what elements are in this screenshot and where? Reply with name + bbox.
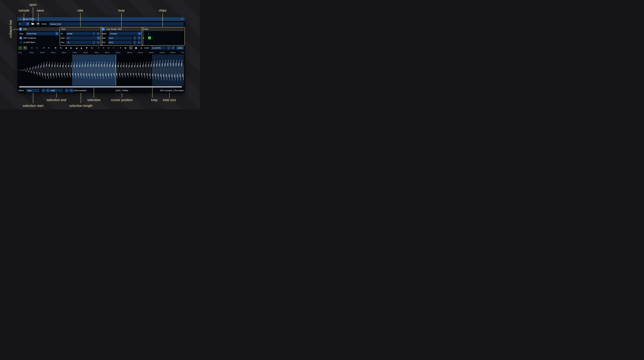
annotation-line: [122, 93, 122, 98]
apply-silence-button[interactable]: ⇤: [102, 46, 105, 50]
chevron-down-icon[interactable]: ▼: [97, 36, 100, 40]
collapse-bar-button[interactable]: ∧: [19, 28, 22, 30]
filter-button[interactable]: ∿: [112, 46, 116, 50]
window-close-button[interactable]: ✕: [180, 17, 184, 21]
import-button[interactable]: [139, 46, 143, 50]
loop-panel: ✓ Loop (length: 960) Mode Forward ▼ Star…: [101, 27, 142, 45]
note-dropdown[interactable]: C-7 ▼: [66, 36, 100, 40]
window-titlebar[interactable]: ▼ Sample Editor ✕: [18, 17, 185, 21]
fade-out-button[interactable]: ◣: [80, 46, 84, 50]
invert-button[interactable]: ▶: [69, 46, 73, 50]
chevron-down-icon[interactable]: ▼: [26, 22, 29, 26]
crossfade-icon: ✕: [120, 47, 122, 49]
loop-end-input[interactable]: 5072: [108, 40, 132, 44]
crossfade-button[interactable]: ✕: [119, 46, 122, 50]
resample-icon: ≈: [36, 47, 38, 49]
selection-start-plus-button[interactable]: +: [46, 89, 50, 92]
loop-start-minus-button[interactable]: -: [133, 36, 136, 40]
ruler-label: 100ms: [127, 52, 132, 54]
insert-silence-button[interactable]: ⇥: [96, 46, 100, 50]
play-position-button[interactable]: ▶: [129, 46, 133, 50]
zoom-out-button[interactable]: -: [167, 46, 170, 50]
selection-start-minus-button[interactable]: -: [42, 89, 45, 92]
loop-end-minus-button[interactable]: -: [133, 40, 136, 44]
loop-start-plus-button[interactable]: +: [137, 36, 141, 40]
zoom-input[interactable]: 41.1672%: [151, 46, 166, 50]
hz-label: Hz: [61, 32, 63, 36]
chevron-down-icon[interactable]: ▼: [138, 32, 141, 36]
window-collapse-icon: ▼: [20, 18, 21, 20]
loop-mode-dropdown[interactable]: Forward ▼: [109, 32, 141, 36]
select-mode-button[interactable]: I: [18, 46, 22, 50]
loop-end-plus-button[interactable]: +: [137, 40, 141, 44]
info-panel-header[interactable]: ∧ Info: [18, 27, 60, 31]
sample-number-dropdown[interactable]: 6 ▼: [18, 22, 29, 26]
chevron-down-icon[interactable]: ▼: [56, 32, 58, 36]
fade-in-button[interactable]: ◢: [75, 46, 78, 50]
fine-input[interactable]: -11: [66, 40, 92, 44]
sample-type-dropdown[interactable]: 16-bit PCM ▼: [26, 32, 58, 36]
annotation-sample-label: sample: [18, 8, 29, 12]
resample-button[interactable]: ≈: [35, 46, 39, 50]
chips-panel: Chips 1 A ✓: [142, 27, 184, 45]
annotation-selection-end-label: selection end: [46, 98, 66, 102]
loop-panel-header: ✓ Loop (length: 960): [101, 27, 142, 31]
draw-mode-button[interactable]: ✎: [23, 46, 27, 50]
window-collapse-button[interactable]: ▼: [19, 17, 22, 21]
no-brr-filters-checkbox[interactable]: [20, 41, 22, 44]
zoom-reset-button[interactable]: 100%: [176, 46, 184, 50]
preview-button[interactable]: ▶: [124, 46, 128, 50]
hz-minus-button[interactable]: -: [92, 32, 96, 36]
redo-button[interactable]: ↻: [47, 46, 50, 50]
chips-panel-header: Chips: [142, 27, 184, 31]
hz-plus-button[interactable]: +: [96, 32, 100, 36]
fine-minus-button[interactable]: -: [92, 40, 96, 44]
loop-start-input[interactable]: 4112: [108, 36, 132, 40]
play-position-icon: ▶: [130, 46, 132, 49]
ruler-label: 50ms: [73, 52, 77, 54]
loop-header-label: Loop (length: 960): [106, 27, 122, 31]
loop-start-label: Start: [102, 36, 106, 40]
name-label: Name: [42, 22, 47, 26]
waveform-view[interactable]: [18, 54, 184, 86]
reverse-button[interactable]: ◀: [64, 46, 68, 50]
annotation-loop-label: loop: [118, 8, 124, 12]
annotation-line: [56, 93, 56, 98]
redo-icon: ↻: [48, 47, 50, 49]
scrollbar-thumb[interactable]: [19, 86, 182, 88]
waveform-scrollbar[interactable]: [18, 86, 184, 88]
trim-button[interactable]: [90, 46, 94, 50]
trim-icon: [91, 47, 93, 49]
page-background: ▼ Sample Editor ✕ 6 ▼ Na: [0, 0, 200, 110]
open-button[interactable]: [31, 22, 35, 26]
resize-button[interactable]: ↔: [30, 46, 34, 50]
selection-end-input[interactable]: 2983: [50, 89, 63, 92]
hz-input[interactable]: 33286: [66, 32, 92, 36]
sign-invert-icon: ±: [108, 47, 110, 49]
silence-button[interactable]: ✖: [85, 46, 88, 50]
selection-end-minus-button[interactable]: -: [65, 89, 69, 92]
rate-header-label: Rate: [62, 27, 66, 31]
check-icon: ✓: [149, 37, 150, 39]
stop-button[interactable]: ■: [134, 46, 138, 50]
rate-panel: Rate Hz 33286 - + Note C-7 ▼ Fine -11 - …: [60, 27, 101, 45]
window-title: Sample Editor: [22, 17, 34, 21]
annotation-line: [81, 93, 81, 103]
draw-mode-icon: ✎: [24, 47, 26, 49]
selection-start-input[interactable]: 1654: [26, 89, 39, 92]
undo-button[interactable]: ↺: [42, 46, 46, 50]
amplify-button[interactable]: [54, 46, 58, 50]
fine-plus-button[interactable]: +: [96, 40, 100, 44]
name-input[interactable]: Clarinet DQV: [49, 22, 184, 26]
normalize-button[interactable]: ⇅: [59, 46, 62, 50]
zoom-in-button[interactable]: +: [171, 46, 175, 50]
chip-a1-checkbox[interactable]: ✓: [148, 36, 151, 39]
save-button[interactable]: [36, 22, 40, 26]
chips-column-label: 1: [148, 32, 149, 36]
brr-emphasis-checkbox[interactable]: ✓: [20, 37, 22, 39]
waveform-canvas[interactable]: [18, 54, 184, 86]
sign-invert-button[interactable]: ±: [107, 46, 110, 50]
selection-end-plus-button[interactable]: +: [70, 89, 73, 92]
loop-enable-checkbox[interactable]: ✓: [102, 28, 105, 30]
ruler-label: 30ms: [51, 52, 55, 54]
